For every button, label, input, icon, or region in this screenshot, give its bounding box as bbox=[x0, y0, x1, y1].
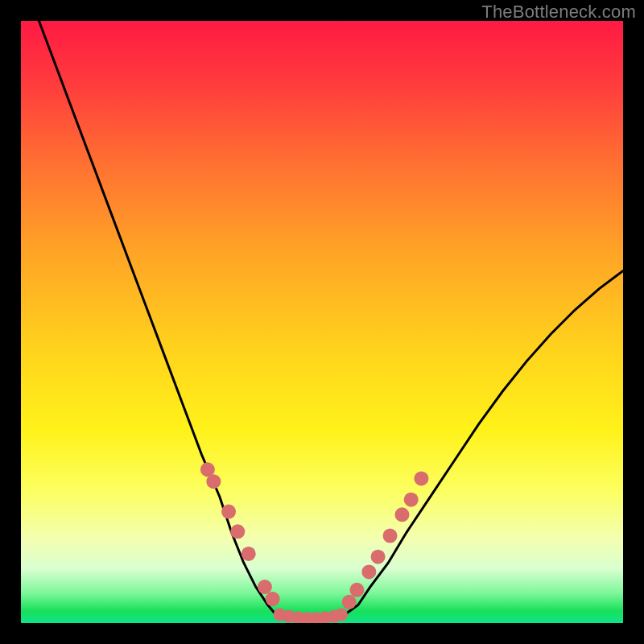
data-dot bbox=[349, 583, 364, 597]
watermark-label: TheBottleneck.com bbox=[481, 2, 636, 23]
plot-area bbox=[21, 21, 623, 623]
chart-svg bbox=[21, 21, 623, 623]
data-dot bbox=[206, 474, 221, 489]
data-dot bbox=[258, 580, 272, 594]
data-dot bbox=[383, 529, 398, 543]
data-dot bbox=[230, 524, 245, 539]
bottleneck-curve bbox=[39, 21, 623, 620]
data-dot bbox=[371, 550, 386, 564]
data-dot bbox=[414, 471, 428, 485]
data-dot bbox=[394, 507, 409, 522]
data-dot bbox=[221, 505, 236, 519]
data-dot bbox=[342, 595, 357, 609]
data-dot bbox=[335, 609, 348, 621]
data-dot bbox=[266, 592, 280, 606]
chart-frame: TheBottleneck.com bbox=[0, 0, 644, 644]
data-dot bbox=[404, 493, 419, 507]
data-dot bbox=[361, 564, 376, 579]
data-dot bbox=[242, 547, 256, 561]
